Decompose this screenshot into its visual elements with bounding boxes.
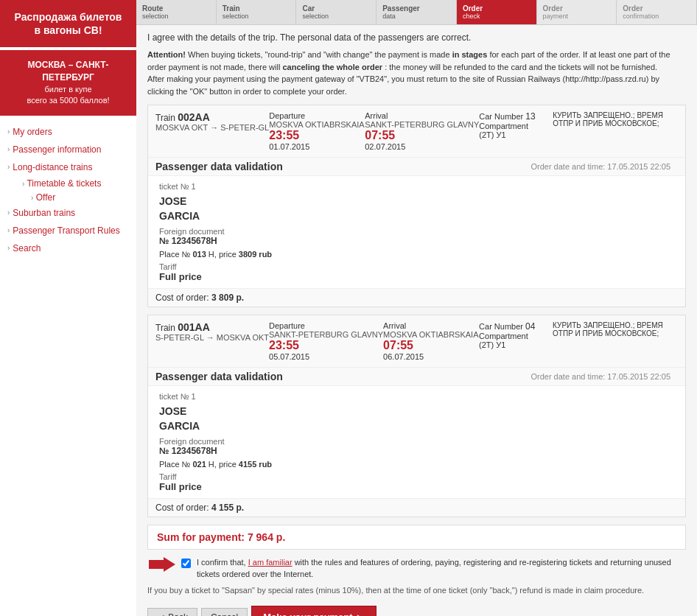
order2-train-route: S-PETER-GL → MOSKVA OKT [155, 333, 269, 342]
arrow-icon: › [7, 145, 10, 153]
order2-place-number: 021 [192, 460, 206, 469]
order1-car-type: Compartment [479, 122, 553, 130]
order1-block: Train 002AA MOSKVA OKT → S-PETER-GL Depa… [147, 105, 686, 307]
order2-arr-time: 07:55 [383, 339, 479, 352]
passenger-info-link[interactable]: Passenger information [13, 144, 101, 155]
step-car-title: Car [302, 4, 370, 13]
order2-tariff-label: Tariff [159, 472, 674, 481]
sidebar-bonus-banner[interactable]: МОСКВА – САНКТ-ПЕТЕРБУРГ билет в купе вс… [0, 50, 136, 115]
suburban-link[interactable]: Suburban trains [13, 208, 75, 218]
sidebar-promo-banner[interactable]: Распродажа билетов в вагоны СВ! [0, 0, 136, 47]
banner-desc1: билет в купе [6, 84, 130, 95]
offer-link[interactable]: Offer [36, 192, 55, 203]
step-order-confirm-title: Order [623, 4, 690, 13]
order2-order-date: Order date and time: 17.05.2015 22:05 [530, 372, 678, 381]
sidebar-item-long-distance[interactable]: › Long-distance trains [0, 158, 136, 176]
order1-train-info: Train 002AA MOSKVA OKT → S-PETER-GL Depa… [148, 105, 685, 158]
step-order-payment: Order payment [537, 0, 617, 24]
step-order-confirm-sub: confirmation [623, 13, 690, 20]
long-distance-link[interactable]: Long-distance trains [13, 162, 92, 172]
order2-block: Train 001AA S-PETER-GL → MOSKVA OKT Depa… [147, 315, 686, 517]
order2-place-label: Place № [159, 460, 190, 469]
summary-label: Sum for payment: 7 964 p. [157, 531, 285, 543]
arrow-icon [149, 557, 175, 572]
order2-car-num: 04 [525, 321, 535, 332]
order2-car-type: Compartment [479, 332, 553, 340]
order1-train-num-value: 002AA [178, 111, 210, 123]
summary-value: 7 964 p. [248, 531, 285, 543]
order2-arr-date: 06.07.2015 [383, 352, 479, 361]
order2-passenger: ticket № 1 JOSE GARCIA Foreign document … [148, 386, 685, 498]
order2-car-info: Car Number 04 Compartment (2T) У1 [479, 321, 553, 349]
sidebar-item-transport-rules[interactable]: › Passenger Transport Rules [0, 222, 136, 239]
note-text: If you buy a ticket to "Sapsan" by speci… [147, 586, 686, 595]
sidebar-item-timetable[interactable]: › Timetable & tickets [15, 176, 136, 191]
order2-tariff-value: Full price [159, 481, 674, 492]
order1-train-route: MOSKVA OKT → S-PETER-GL [155, 123, 269, 132]
summary-section: Sum for payment: 7 964 p. [147, 525, 686, 550]
order1-arr-time: 07:55 [365, 129, 479, 142]
sidebar-navigation: › My orders › Passenger information › Lo… [0, 116, 136, 265]
sidebar-item-offer[interactable]: › Offer [24, 191, 136, 204]
transport-rules-link[interactable]: Passenger Transport Rules [13, 225, 119, 236]
cancel-button[interactable]: Cancel [201, 608, 248, 616]
timetable-link[interactable]: Timetable & tickets [27, 178, 101, 189]
order1-passenger: ticket № 1 JOSE GARCIA Foreign document … [148, 176, 685, 288]
sidebar-item-passenger-info[interactable]: › Passenger information [0, 141, 136, 158]
step-train-sub: selection [223, 13, 290, 20]
content-area: I agree with the details of the trip. Th… [136, 25, 697, 616]
confirm-text-pre: I confirm that, [197, 558, 248, 567]
step-route-sub: selection [142, 13, 210, 20]
back-button[interactable]: ◄ Back [147, 608, 197, 616]
step-train: Train selection [217, 0, 297, 24]
order1-doc-number: № 12345678H [159, 236, 674, 246]
order1-doc-label: Foreign document [159, 227, 674, 236]
attention-bold1: in stages [452, 50, 488, 59]
progress-bar: Route selection Train selection Car sele… [136, 0, 697, 25]
step-car: Car selection [296, 0, 376, 24]
order2-dep-date: 05.07.2015 [269, 352, 383, 361]
order1-arrival: Arrival SANKT-PETERBURG GLAVNY 07:55 02.… [365, 111, 479, 151]
step-route: Route selection [136, 0, 217, 24]
sidebar-item-suburban[interactable]: › Suburban trains [0, 204, 136, 222]
order1-tariff-value: Full price [159, 271, 674, 282]
sidebar-sub-sub-nav: › Offer [15, 191, 136, 204]
order1-dep-time: 23:55 [269, 129, 365, 142]
order2-train-num-value: 001AA [178, 321, 210, 333]
order2-cost-value: 4 155 p. [211, 503, 244, 513]
step-train-title: Train [223, 4, 290, 13]
sidebar-item-my-orders[interactable]: › My orders [0, 123, 136, 141]
confirm-checkbox-section: I confirm that, I am familiar with the r… [147, 557, 686, 580]
order1-place-price: 3809 rub [239, 250, 272, 259]
order2-place-price-label: price [219, 460, 237, 469]
arrow-icon: › [7, 226, 10, 234]
order1-dep-date: 01.07.2015 [269, 142, 365, 151]
banner-route: МОСКВА – САНКТ-ПЕТЕРБУРГ [6, 59, 130, 84]
banner-line1: Распродажа билетов [7, 10, 129, 24]
search-link[interactable]: Search [13, 243, 41, 253]
order2-cost-label: Cost of order: [155, 503, 209, 513]
step-passenger: Passenger data [376, 0, 457, 24]
order2-cost: Cost of order: 4 155 p. [148, 498, 685, 517]
step-route-title: Route [142, 4, 210, 13]
bottom-buttons: ◄ Back Cancel Make your payment ► [147, 602, 686, 616]
order2-section-title: Passenger data validation [155, 371, 283, 382]
order2-doc-label: Foreign document [159, 437, 674, 446]
step-order-confirm: Order confirmation [617, 0, 697, 24]
pay-button[interactable]: Make your payment ► [251, 606, 376, 616]
step-order-check-title: Order [463, 4, 530, 13]
confirm-checkbox[interactable] [181, 559, 191, 568]
sidebar-item-search[interactable]: › Search [0, 239, 136, 257]
order1-car-num: 13 [525, 111, 535, 122]
order1-departure: Departure MOSKVA OKTIABRSKAIA 23:55 01.0… [269, 111, 365, 151]
step-car-sub: selection [302, 13, 370, 20]
order1-cost-value: 3 809 p. [211, 293, 244, 303]
my-orders-link[interactable]: My orders [13, 127, 52, 137]
order1-passenger-first: JOSE [159, 195, 674, 209]
familiar-link[interactable]: I am familiar [248, 558, 293, 567]
svg-marker-0 [149, 557, 175, 572]
step-order-payment-sub: payment [543, 13, 611, 20]
order1-tariff-label: Tariff [159, 262, 674, 271]
order1-arr-station: SANKT-PETERBURG GLAVNY [365, 120, 479, 129]
order2-departure: Departure SANKT-PETERBURG GLAVNY 23:55 0… [269, 321, 383, 361]
